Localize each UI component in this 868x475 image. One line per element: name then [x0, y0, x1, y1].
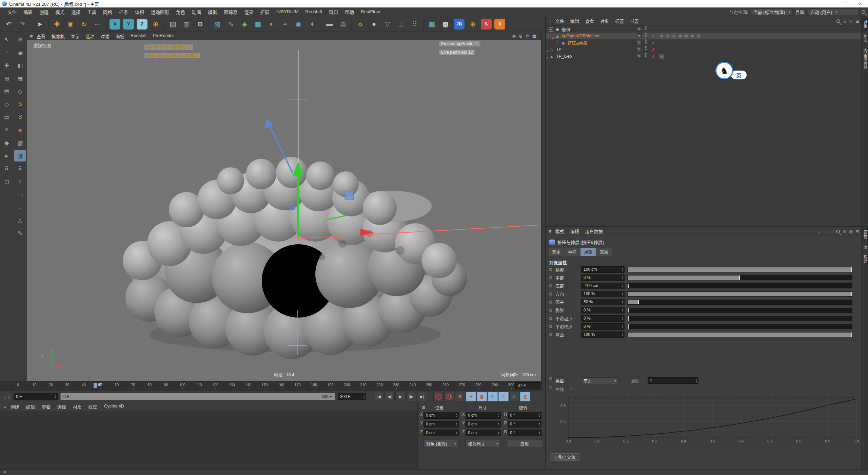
- menubar-item-3[interactable]: 模式: [52, 8, 68, 15]
- enable-toggle-icon[interactable]: ✎: [637, 26, 642, 32]
- web-plugin-icon[interactable]: ⊕: [466, 17, 479, 31]
- viewport-3d-area[interactable]: 透视视图 Number of emitters: 3 Total live pa…: [27, 40, 541, 381]
- timeline-mode-button[interactable]: ▥: [520, 392, 530, 401]
- material-menu-item-2[interactable]: 查看: [38, 403, 54, 410]
- viewport-menu-item-7[interactable]: ProRender: [150, 33, 177, 39]
- rotation-B-field[interactable]: 0 °▴▾: [508, 430, 541, 436]
- search-icon[interactable]: [862, 10, 865, 14]
- rotate-icon[interactable]: ↻: [78, 17, 91, 31]
- qr-plugin-icon[interactable]: ▩: [439, 17, 452, 31]
- filter-tool-icon[interactable]: ▽: [381, 17, 394, 31]
- hatch-mode-icon[interactable]: ▨: [14, 137, 26, 149]
- filter-icon[interactable]: ▽: [849, 19, 852, 24]
- bar-tool-icon[interactable]: ▭: [1, 111, 13, 123]
- property-field[interactable]: 0 %▴▾: [581, 315, 625, 322]
- scale-icon[interactable]: ▣: [64, 17, 77, 31]
- toggle-scale-button[interactable]: ▣: [477, 392, 487, 401]
- prev-key-button[interactable]: ◀|: [384, 392, 395, 401]
- property-field[interactable]: 50 %▴▾: [581, 299, 625, 305]
- solid-tool-icon[interactable]: ◆: [1, 137, 13, 149]
- key-circle-icon[interactable]: [549, 309, 552, 312]
- primitive-cube-icon[interactable]: ▧: [211, 17, 224, 31]
- material-menu-item-1[interactable]: 编辑: [23, 403, 38, 410]
- dynamics-drop-icon[interactable]: ♦: [306, 17, 319, 31]
- list-tool-icon[interactable]: ≡: [1, 124, 13, 136]
- pan-view-icon[interactable]: ✚: [511, 34, 517, 39]
- key-circle-icon[interactable]: [549, 317, 552, 320]
- phong-tag[interactable]: ●: [659, 54, 664, 59]
- up-icon[interactable]: ↑: [831, 229, 833, 234]
- material-menu-item-6[interactable]: Cycles 4D: [101, 403, 127, 410]
- size-mode-dropdown[interactable]: 绝对尺寸▾: [466, 440, 501, 447]
- solo-s-icon[interactable]: S: [14, 98, 26, 110]
- side-tab-对象[interactable]: 对象: [862, 18, 868, 31]
- snap-drop-icon[interactable]: ◈: [14, 124, 26, 136]
- menubar-item-1[interactable]: 编辑: [20, 8, 36, 15]
- frame-icon[interactable]: ▫: [1, 47, 13, 58]
- coordinate-system-icon[interactable]: ⊕: [149, 17, 162, 31]
- menubar-item-2[interactable]: 创建: [36, 8, 52, 15]
- timeline-ruler[interactable]: ⣿ ⣿ 010203040506070809010011012013014015…: [0, 381, 542, 390]
- menubar-item-5[interactable]: 工具: [84, 8, 100, 15]
- om-menu-item-1[interactable]: 编辑: [567, 18, 582, 24]
- forward-icon[interactable]: →: [824, 229, 828, 234]
- axis-x-button[interactable]: X: [110, 19, 120, 30]
- spline-pen-icon[interactable]: ✎: [224, 17, 237, 31]
- fields-icon[interactable]: ◐: [265, 17, 278, 31]
- size-Z-field[interactable]: 0 cm▴▾: [466, 430, 501, 436]
- viewport-menu-item-1[interactable]: 摄像机: [48, 33, 68, 39]
- undo-icon[interactable]: ↶: [2, 17, 15, 31]
- autokey-button[interactable]: ( ): [444, 392, 454, 401]
- visibility-dots[interactable]: [645, 33, 647, 39]
- object-label[interactable]: 备份: [562, 26, 570, 33]
- last-tool-icon[interactable]: ⋯: [91, 17, 104, 31]
- lock-icon[interactable]: ⊙: [843, 229, 846, 234]
- node-space-select[interactable]: 当前 (标准/物理) ▾: [751, 8, 792, 15]
- menubar-item-7[interactable]: 样条: [116, 8, 132, 15]
- render-picture-viewer-icon[interactable]: ▥: [180, 17, 193, 31]
- menubar-item-11[interactable]: 动画: [189, 8, 204, 15]
- om-menu-item-3[interactable]: 对象: [597, 18, 612, 24]
- next-key-button[interactable]: |▶: [406, 392, 416, 401]
- new-panel-icon[interactable]: ⊞: [855, 229, 859, 234]
- material-menu-item-3[interactable]: 选择: [54, 403, 70, 410]
- floor-icon[interactable]: ▬: [323, 17, 336, 31]
- om-menu-item-4[interactable]: 标签: [612, 18, 627, 24]
- viewport-menu-item-0[interactable]: 查看: [34, 33, 48, 39]
- menubar-item-12[interactable]: 模拟: [204, 8, 220, 15]
- menubar-item-15[interactable]: 扩展: [257, 8, 273, 15]
- menubar-item-20[interactable]: RealFlow: [357, 9, 383, 14]
- diamond-tool-icon[interactable]: ◇: [1, 98, 13, 110]
- interface-select[interactable]: 启动 (用户) ▾: [808, 8, 859, 15]
- property-field[interactable]: 100 %▴▾: [581, 331, 625, 338]
- key-circle-icon[interactable]: [549, 292, 552, 296]
- object-row-TP_Geo[interactable]: ▲aTP_Geo✎✗●: [546, 53, 861, 60]
- property-slider[interactable]: [627, 275, 852, 280]
- workplane-icon[interactable]: ◇: [14, 86, 26, 97]
- viewport-menu-item-3[interactable]: 选项: [83, 33, 98, 39]
- property-field[interactable]: 100 cm▴▾: [581, 266, 625, 273]
- menubar-item-16[interactable]: INSYDIUM: [273, 9, 302, 14]
- axis-y-button[interactable]: Y: [123, 19, 134, 30]
- disabled-cross-icon[interactable]: ✗: [652, 53, 655, 60]
- property-slider[interactable]: [627, 283, 852, 288]
- grip-icon[interactable]: ⣿ ⣿: [0, 394, 14, 399]
- size-X-field[interactable]: 0 cm▴▾: [466, 412, 501, 419]
- object-label[interactable]: TP_Geo: [556, 54, 572, 59]
- go-start-button[interactable]: |◀: [374, 392, 384, 401]
- solo-s2-icon[interactable]: S: [14, 111, 26, 123]
- property-field[interactable]: 0 %▴▾: [581, 307, 625, 314]
- spline-tools-icon[interactable]: ≈: [279, 17, 292, 31]
- property-slider[interactable]: [627, 332, 852, 337]
- camera-icon[interactable]: ◎: [337, 17, 350, 31]
- target-icon[interactable]: ◎: [849, 229, 853, 234]
- model-mode-icon[interactable]: ◧: [14, 60, 26, 71]
- anchor-icon[interactable]: ⊥: [395, 17, 408, 31]
- material-menu-item-0[interactable]: 创建: [7, 403, 23, 410]
- deer-logo-icon[interactable]: ♞: [715, 62, 733, 79]
- layer-tool-icon[interactable]: ▤: [1, 86, 13, 97]
- menubar-item-8[interactable]: 体积: [132, 8, 147, 15]
- size-Y-field[interactable]: 0 cm▴▾: [466, 421, 501, 428]
- interaction-tag[interactable]: a: [659, 34, 664, 39]
- toggle-position-button[interactable]: ✚: [466, 392, 476, 401]
